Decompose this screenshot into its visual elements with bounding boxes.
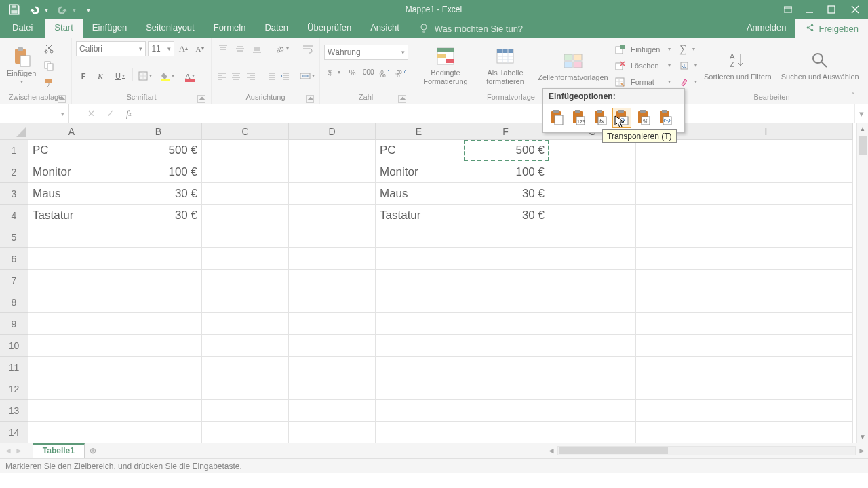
align-right-button[interactable] <box>244 68 256 83</box>
cell[interactable] <box>679 270 853 291</box>
decrease-decimal-button[interactable]: ,00,0 <box>393 65 408 80</box>
cells-delete-button[interactable]: Löschen▾ <box>614 58 671 73</box>
bold-button[interactable]: F <box>76 68 91 83</box>
merge-center-button[interactable] <box>298 68 315 83</box>
cell[interactable] <box>679 140 853 161</box>
tell-me-search[interactable]: Was möchten Sie tun? <box>414 19 527 38</box>
row-header[interactable]: 10 <box>0 335 28 357</box>
row-header[interactable]: 2 <box>0 161 28 183</box>
align-center-button[interactable] <box>230 68 242 83</box>
cell[interactable]: 100 € <box>462 161 549 183</box>
cell[interactable] <box>462 357 549 378</box>
col-header[interactable]: B <box>115 123 202 140</box>
underline-button[interactable]: U <box>110 68 130 83</box>
cell[interactable] <box>115 313 202 335</box>
cell[interactable]: 30 € <box>462 183 549 205</box>
increase-indent-button[interactable] <box>279 68 291 83</box>
name-box[interactable]: ▾ <box>0 104 69 123</box>
cell[interactable] <box>202 183 289 205</box>
cell[interactable] <box>376 270 462 291</box>
cell[interactable] <box>636 270 679 291</box>
row-header[interactable]: 9 <box>0 313 28 335</box>
cell[interactable] <box>376 400 462 422</box>
cell[interactable] <box>549 313 636 335</box>
cell[interactable] <box>289 313 376 335</box>
cell[interactable] <box>679 161 853 183</box>
cell[interactable] <box>28 270 115 291</box>
cell[interactable] <box>549 226 636 248</box>
collapse-ribbon-button[interactable]: ˆ <box>852 92 864 101</box>
select-all-corner[interactable] <box>0 123 28 140</box>
align-middle-button[interactable] <box>233 41 248 56</box>
cell[interactable] <box>289 400 376 422</box>
cell[interactable] <box>115 357 202 378</box>
cancel-formula-button[interactable]: ✕ <box>81 104 100 123</box>
cell[interactable] <box>202 140 289 161</box>
tab-file[interactable]: Datei <box>0 19 45 38</box>
cell[interactable] <box>679 226 853 248</box>
italic-button[interactable]: K <box>93 68 108 83</box>
cell[interactable] <box>289 226 376 248</box>
cell[interactable]: Monitor <box>376 161 462 183</box>
tab-review[interactable]: Überprüfen <box>298 19 361 38</box>
cell[interactable] <box>549 270 636 291</box>
cell[interactable] <box>636 291 679 313</box>
cell[interactable] <box>202 270 289 291</box>
tab-pagelayout[interactable]: Seitenlayout <box>136 19 204 38</box>
copy-button[interactable] <box>41 58 56 73</box>
fill-button[interactable]: ▾ <box>679 58 697 73</box>
cell[interactable] <box>462 291 549 313</box>
paste-button[interactable]: Einfügen ▾ <box>4 43 39 87</box>
format-as-table-button[interactable]: Als Tabelle formatieren <box>479 43 532 87</box>
cell[interactable] <box>462 226 549 248</box>
row-header[interactable]: 12 <box>0 378 28 400</box>
cell[interactable] <box>115 400 202 422</box>
align-top-button[interactable] <box>216 41 231 56</box>
redo-dropdown[interactable]: ▾ <box>73 6 76 14</box>
paste-option-link[interactable] <box>656 108 675 128</box>
cell[interactable]: PC <box>376 140 462 161</box>
cell[interactable] <box>28 422 115 443</box>
cell[interactable] <box>202 378 289 400</box>
cell[interactable] <box>28 378 115 400</box>
cell[interactable] <box>462 270 549 291</box>
expand-formula-bar-button[interactable]: ▾ <box>854 104 868 123</box>
row-header[interactable]: 6 <box>0 248 28 270</box>
cell[interactable] <box>462 248 549 270</box>
cell[interactable] <box>636 248 679 270</box>
cell[interactable] <box>202 357 289 378</box>
col-header[interactable]: I <box>679 123 853 140</box>
cell[interactable] <box>679 378 853 400</box>
hscroll-left[interactable]: ◄ <box>545 446 557 455</box>
cell[interactable]: 30 € <box>115 205 202 226</box>
cell[interactable] <box>636 183 679 205</box>
new-sheet-button[interactable]: ⊕ <box>85 443 101 458</box>
sort-filter-button[interactable]: AZ Sortieren und Filtern <box>701 47 774 83</box>
cell[interactable] <box>115 335 202 357</box>
number-dialog-launcher[interactable] <box>398 95 406 103</box>
enter-formula-button[interactable]: ✓ <box>100 104 119 123</box>
clear-button[interactable]: ▾ <box>679 75 697 89</box>
cell[interactable]: 30 € <box>462 205 549 226</box>
find-select-button[interactable]: Suchen und Auswählen <box>778 47 862 83</box>
share-button[interactable]: Freigeben <box>795 19 868 38</box>
col-header[interactable]: D <box>289 123 376 140</box>
cell[interactable] <box>679 248 853 270</box>
cell[interactable] <box>376 313 462 335</box>
cell[interactable] <box>202 313 289 335</box>
cell[interactable] <box>28 248 115 270</box>
undo-icon[interactable] <box>28 3 41 16</box>
row-header[interactable]: 11 <box>0 357 28 378</box>
orientation-button[interactable]: ab <box>272 41 292 56</box>
cell[interactable]: 500 € <box>115 140 202 161</box>
cell[interactable] <box>115 248 202 270</box>
cell[interactable] <box>636 335 679 357</box>
format-painter-button[interactable] <box>41 76 56 91</box>
cell[interactable] <box>115 226 202 248</box>
ribbon-mode-icon[interactable] <box>777 0 799 19</box>
conditional-formatting-button[interactable]: Bedingte Formatierung <box>416 43 475 87</box>
borders-button[interactable] <box>135 68 155 83</box>
cell[interactable] <box>289 140 376 161</box>
cell[interactable] <box>202 205 289 226</box>
cells-insert-button[interactable]: Einfügen▾ <box>614 42 671 57</box>
